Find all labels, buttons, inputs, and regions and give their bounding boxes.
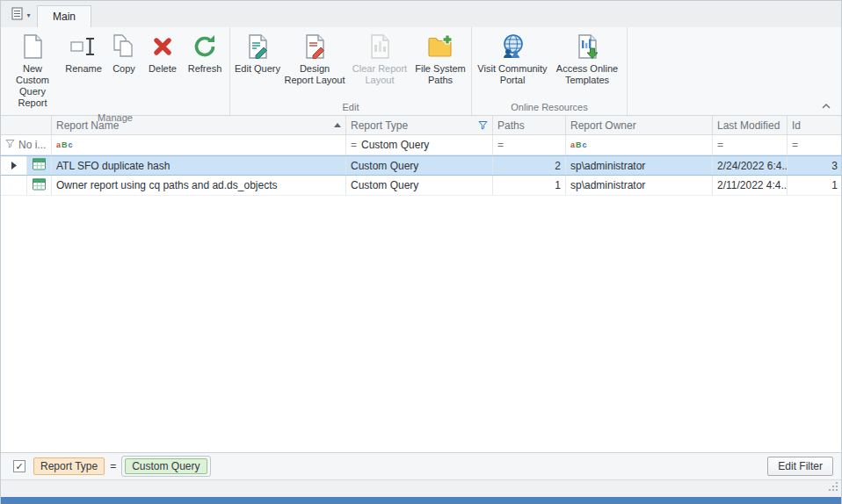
ribbon-group-caption: Online Resources	[475, 100, 624, 115]
refresh-icon	[191, 32, 219, 61]
chevron-down-icon: ▾	[26, 12, 30, 19]
button-label: Visit Community Portal	[476, 63, 548, 86]
filter-row-indicator: No i...	[1, 135, 52, 155]
file-system-paths-icon	[426, 32, 454, 61]
cell-report-type[interactable]: Custom Query	[346, 156, 493, 175]
filter-expression: Report Type = Custom Query	[33, 456, 211, 477]
ribbon-group-edit: Edit Query Design Report Layout Clear Re…	[230, 27, 472, 115]
report-icon-cell	[27, 156, 52, 175]
filter-cell-paths[interactable]: =	[493, 135, 566, 155]
rename-button[interactable]: Rename	[62, 28, 105, 111]
filter-cell-id[interactable]: =	[788, 135, 841, 155]
resize-grip[interactable]	[827, 480, 838, 494]
column-header-label: Paths	[497, 119, 525, 132]
window-bottom-border	[1, 497, 841, 504]
delete-button[interactable]: Delete	[142, 28, 183, 111]
new-custom-query-report-button[interactable]: New Custom Query Report	[4, 28, 62, 111]
text-filter-abc-icon: aBc	[570, 140, 587, 149]
design-report-layout-icon	[301, 32, 329, 61]
column-filter-icon[interactable]	[478, 120, 488, 130]
filter-indicator-text: No i...	[18, 139, 46, 151]
grid-row[interactable]: ATL SFO duplicate hash Custom Query 2 sp…	[1, 155, 841, 176]
column-header-last-modified[interactable]: Last Modified	[713, 116, 788, 134]
app-menu-icon	[11, 7, 24, 24]
copy-icon	[110, 32, 138, 61]
button-label: New Custom Query Report	[5, 63, 60, 109]
button-label: Copy	[113, 63, 135, 75]
filter-cell-report-owner[interactable]: aBc	[566, 135, 713, 155]
cell-report-name[interactable]: Owner report using cq paths and ad.ds_ob…	[52, 176, 346, 195]
reports-grid: Report Name Report Type Paths Report Own…	[1, 116, 841, 452]
filter-operator[interactable]: =	[110, 460, 116, 472]
file-system-paths-button[interactable]: File System Paths	[412, 28, 468, 100]
clear-report-layout-button: Clear Report Layout	[347, 28, 412, 100]
ribbon-group-caption: Edit	[233, 100, 468, 115]
cell-paths[interactable]: 1	[493, 176, 566, 195]
button-label: Delete	[149, 63, 177, 75]
rename-icon	[69, 32, 98, 61]
cell-report-name[interactable]: ATL SFO duplicate hash	[52, 156, 346, 175]
edit-query-button[interactable]: Edit Query	[233, 28, 282, 100]
column-header-id[interactable]: Id	[788, 116, 841, 134]
filter-enabled-checkbox[interactable]: ✓	[13, 460, 25, 472]
column-header-label: Last Modified	[717, 119, 780, 132]
cell-report-owner[interactable]: sp\administrator	[566, 156, 713, 175]
report-table-icon	[33, 178, 46, 193]
refresh-button[interactable]: Refresh	[183, 28, 227, 111]
ribbon-group-caption: Manage	[4, 111, 227, 126]
cell-last-modified[interactable]: 2/24/2022 6:4...	[713, 156, 788, 175]
grid-filter-row: No i... aBc = Custom Query = aBc = =	[1, 135, 841, 155]
equals-operator-icon[interactable]: =	[351, 139, 357, 151]
equals-operator-icon[interactable]: =	[717, 139, 723, 151]
filter-value: Custom Query	[361, 139, 429, 151]
button-label: Edit Query	[235, 63, 280, 75]
cell-last-modified[interactable]: 2/11/2022 4:4...	[713, 176, 788, 195]
clear-report-layout-icon	[366, 32, 394, 61]
visit-community-portal-button[interactable]: Visit Community Portal	[475, 28, 550, 100]
ribbon-collapse-button[interactable]	[820, 100, 832, 111]
filter-value-chip[interactable]: Custom Query	[125, 458, 207, 474]
filter-cell-last-modified[interactable]: =	[713, 135, 788, 155]
filter-cell-report-type[interactable]: = Custom Query	[346, 135, 493, 155]
community-portal-icon	[498, 32, 526, 61]
ribbon-group-manage: New Custom Query Report Rename Copy	[1, 27, 230, 115]
current-row-arrow-icon	[11, 160, 17, 172]
column-header-paths[interactable]: Paths	[493, 116, 566, 134]
text-filter-abc-icon: aBc	[56, 140, 73, 149]
edit-query-icon	[243, 32, 272, 61]
grid-empty-area	[1, 196, 841, 452]
edit-filter-button[interactable]: Edit Filter	[767, 457, 833, 476]
filter-cell-report-name[interactable]: aBc	[52, 135, 346, 155]
filter-value-outline: Custom Query	[121, 456, 210, 477]
sort-ascending-icon	[334, 123, 341, 127]
tab-main[interactable]: Main	[37, 5, 91, 27]
button-label: Design Report Layout	[284, 63, 345, 86]
column-header-report-owner[interactable]: Report Owner	[566, 116, 713, 134]
application-menu-button[interactable]: ▾	[5, 5, 37, 25]
cell-paths[interactable]: 2	[493, 156, 566, 175]
cell-report-owner[interactable]: sp\administrator	[566, 176, 713, 195]
copy-button[interactable]: Copy	[105, 28, 142, 111]
equals-operator-icon[interactable]: =	[792, 139, 798, 151]
cell-report-type[interactable]: Custom Query	[346, 176, 493, 195]
button-label: Access Online Templates	[552, 63, 622, 86]
column-header-label: Report Type	[351, 119, 408, 132]
grid-row[interactable]: Owner report using cq paths and ad.ds_ob…	[1, 176, 841, 196]
cell-id[interactable]: 1	[788, 176, 841, 195]
column-header-report-type[interactable]: Report Type	[346, 116, 493, 134]
online-templates-icon	[573, 32, 601, 61]
ribbon: New Custom Query Report Rename Copy	[1, 27, 841, 116]
new-report-icon	[18, 32, 47, 61]
filter-field-chip[interactable]: Report Type	[33, 457, 105, 475]
cell-id[interactable]: 3	[788, 156, 841, 175]
ribbon-tab-strip: ▾ Main	[1, 1, 841, 27]
design-report-layout-button[interactable]: Design Report Layout	[282, 28, 347, 100]
row-indicator-cell	[1, 156, 27, 175]
row-indicator-cell	[1, 176, 27, 195]
access-online-templates-button[interactable]: Access Online Templates	[550, 28, 624, 100]
equals-operator-icon[interactable]: =	[497, 139, 504, 151]
tab-main-label: Main	[53, 11, 76, 23]
app-window: ▾ Main New Custom Query Report Rename	[0, 0, 842, 504]
status-bar	[1, 479, 841, 497]
button-label: File System Paths	[414, 63, 467, 86]
